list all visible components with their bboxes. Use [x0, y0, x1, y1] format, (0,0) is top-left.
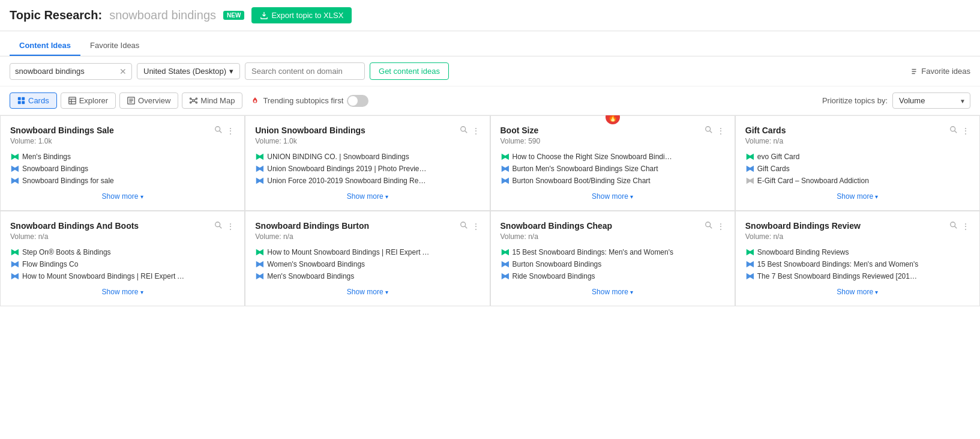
link-text: Men's Bindings — [22, 153, 71, 161]
green-flag-icon — [255, 248, 263, 256]
card-2: Union Snowboard Bindings Volume: 1.0k ⋮ … — [245, 115, 490, 211]
svg-marker-28 — [11, 178, 19, 184]
search-card-icon[interactable] — [214, 221, 223, 231]
trending-toggle[interactable] — [347, 95, 368, 107]
card-3: 🔥 Boot Size Volume: 590 ⋮ How to Choose … — [490, 115, 735, 211]
card-links: Snowboard Binding Reviews 15 Best Snowbo… — [745, 248, 970, 280]
svg-line-30 — [464, 131, 467, 133]
view-mindmap-button[interactable]: Mind Map — [182, 92, 242, 109]
search-card-icon[interactable] — [460, 221, 468, 231]
card-link-item: Snowboard Binding Reviews — [745, 248, 970, 256]
card-header: Snowboard Bindings Burton Volume: n/a ⋮ — [255, 221, 479, 241]
link-text: Snowboard Binding Reviews — [757, 248, 849, 256]
favorite-ideas-link[interactable]: Favorite ideas — [910, 67, 970, 76]
gray-flag-icon — [745, 177, 754, 185]
link-text: How to Mount Snowboard Bindings | REI Ex… — [22, 272, 184, 280]
svg-rect-7 — [69, 97, 76, 104]
keyword-input-wrap: ✕ — [10, 63, 132, 80]
table-icon — [68, 97, 76, 104]
search-card-icon[interactable] — [705, 221, 713, 231]
card-5: Snowboard Bindings And Boots Volume: n/a… — [0, 211, 245, 306]
card-volume: Volume: n/a — [10, 232, 143, 241]
green-flag-icon — [501, 153, 509, 161]
svg-marker-57 — [501, 261, 508, 268]
green-flag-icon — [745, 248, 754, 256]
card-links: 15 Best Snowboard Bindings: Men's and Wo… — [501, 248, 725, 280]
more-options-icon[interactable]: ⋮ — [226, 222, 235, 231]
card-link-item: Snowboard Bindings — [10, 165, 235, 173]
more-options-icon[interactable]: ⋮ — [717, 126, 725, 136]
card-6: Snowboard Bindings Burton Volume: n/a ⋮ … — [245, 211, 490, 306]
location-select[interactable]: United States (Desktop) ▾ — [137, 63, 240, 79]
priority-select[interactable]: Volume Difficulty Topic Efficiency — [892, 92, 970, 109]
show-more-button[interactable]: Show more ▾ — [255, 192, 479, 201]
card-link-item: Step On® Boots & Bindings — [10, 248, 235, 256]
card-volume: Volume: 1.0k — [10, 137, 119, 145]
domain-input[interactable] — [245, 62, 365, 80]
svg-line-20 — [191, 99, 193, 100]
tab-favorite-ideas[interactable]: Favorite Ideas — [80, 36, 149, 56]
page-title-static: Topic Research: — [10, 8, 102, 22]
green-flag-icon — [10, 153, 19, 161]
card-links: evo Gift Card Gift Cards E-Gift Card – S… — [745, 153, 970, 185]
card-link-item: Flow Bindings Co — [10, 260, 235, 268]
card-actions: ⋮ — [214, 126, 235, 136]
view-explorer-button[interactable]: Explorer — [61, 92, 116, 109]
show-more-button[interactable]: Show more ▾ — [501, 192, 725, 201]
svg-marker-63 — [747, 273, 754, 280]
search-card-icon[interactable] — [214, 126, 223, 136]
card-link-item: evo Gift Card — [745, 153, 970, 161]
chevron-down-icon: ▾ — [140, 193, 143, 200]
search-card-icon[interactable] — [460, 126, 468, 136]
card-link-item: Women's Snowboard Bindings — [255, 260, 479, 268]
svg-marker-48 — [11, 273, 19, 280]
green-flag-icon — [10, 248, 19, 256]
show-more-button[interactable]: Show more ▾ — [745, 288, 970, 296]
card-link-item: 15 Best Snowboard Bindings: Men's and Wo… — [745, 260, 970, 268]
show-more-button[interactable]: Show more ▾ — [10, 192, 235, 201]
svg-point-15 — [193, 100, 194, 101]
show-more-button[interactable]: Show more ▾ — [10, 288, 235, 296]
search-card-icon[interactable] — [949, 126, 958, 136]
card-link-item: Burton Snowboard Bindings — [501, 260, 725, 268]
export-button[interactable]: Export topic to XLSX — [251, 7, 352, 23]
view-cards-button[interactable]: Cards — [10, 92, 57, 109]
card-link-item: Gift Cards — [745, 165, 970, 173]
blue-flag-icon — [501, 272, 509, 280]
svg-marker-53 — [256, 273, 263, 280]
clear-keyword-button[interactable]: ✕ — [119, 67, 127, 76]
svg-rect-5 — [18, 101, 21, 104]
svg-line-55 — [709, 226, 712, 229]
more-options-icon[interactable]: ⋮ — [961, 222, 970, 231]
more-options-icon[interactable]: ⋮ — [472, 126, 480, 136]
keyword-input[interactable] — [15, 67, 116, 76]
search-card-icon[interactable] — [705, 126, 713, 136]
chevron-down-icon: ▾ — [875, 193, 878, 200]
card-7: Snowboard Bindings Cheap Volume: n/a ⋮ 1… — [490, 211, 735, 306]
link-text: Burton Men's Snowboard Bindings Size Cha… — [513, 165, 658, 173]
more-options-icon[interactable]: ⋮ — [226, 126, 235, 136]
card-header: Snowboard Bindings Review Volume: n/a ⋮ — [745, 221, 970, 241]
card-1: Snowboard Bindings Sale Volume: 1.0k ⋮ M… — [0, 115, 245, 211]
show-more-button[interactable]: Show more ▾ — [255, 288, 479, 296]
card-header: Snowboard Bindings Sale Volume: 1.0k ⋮ — [10, 126, 235, 145]
svg-marker-26 — [11, 154, 19, 160]
show-more-button[interactable]: Show more ▾ — [501, 288, 725, 296]
search-card-icon[interactable] — [949, 221, 958, 231]
blue-flag-icon — [745, 260, 754, 268]
svg-marker-62 — [747, 261, 754, 268]
tab-content-ideas[interactable]: Content Ideas — [10, 36, 80, 56]
get-content-ideas-button[interactable]: Get content ideas — [370, 62, 449, 80]
show-more-button[interactable]: Show more ▾ — [745, 192, 970, 201]
card-title: Snowboard Bindings Review — [745, 221, 865, 231]
trending-wrap: Trending subtopics first — [251, 95, 368, 107]
more-options-icon[interactable]: ⋮ — [961, 126, 970, 136]
chevron-down-icon: ▾ — [385, 289, 388, 295]
svg-marker-56 — [501, 249, 508, 256]
network-icon — [190, 97, 197, 104]
more-options-icon[interactable]: ⋮ — [472, 222, 480, 231]
more-options-icon[interactable]: ⋮ — [717, 222, 725, 231]
toggle-knob — [348, 96, 358, 106]
view-overview-button[interactable]: Overview — [119, 92, 178, 109]
card-actions: ⋮ — [460, 221, 480, 231]
